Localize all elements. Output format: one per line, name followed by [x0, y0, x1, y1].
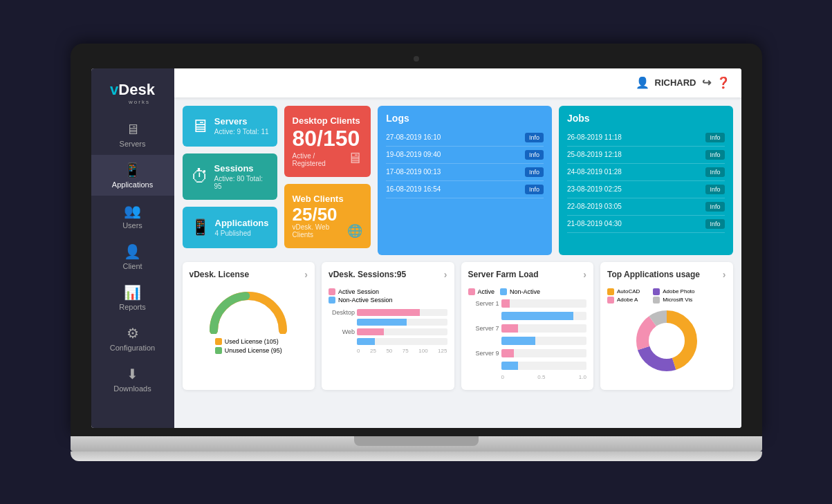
- log-badge-3[interactable]: Info: [525, 185, 544, 194]
- log-date-3: 16-08-2019 16:54: [386, 185, 441, 193]
- job-item-2: 24-08-2019 01:28 Info: [567, 164, 725, 181]
- job-date-0: 26-08-2019 11:18: [567, 133, 622, 141]
- topbar: 👤 RICHARD ↪ ❓: [174, 68, 741, 97]
- web-active-bar: [357, 328, 384, 335]
- main-area: 👤 RICHARD ↪ ❓ 🖥: [174, 68, 741, 428]
- sidebar-item-downloads[interactable]: ⬇ Downloads: [91, 359, 174, 400]
- logs-card: Logs 27-08-2019 16:10 Info 19-08-2019 09…: [378, 106, 552, 255]
- server-farm-header: Server Farm Load ›: [468, 269, 587, 280]
- axis-0: 0: [357, 348, 360, 354]
- configuration-icon: ⚙: [127, 325, 139, 342]
- sessions-chart: Active Session Non-Active Session: [329, 286, 447, 357]
- desktop-active-bar: [357, 309, 420, 316]
- server7-active-group: Server 7: [468, 324, 587, 333]
- server9-label: Server 9: [468, 350, 499, 357]
- top-apps-widget: Top Applications usage › AutoCAD: [600, 262, 733, 390]
- reports-icon: 📊: [124, 284, 141, 301]
- unused-license-label: Unused License (95): [225, 347, 282, 354]
- sidebar: vDesk works 🖥 Servers 📱 Applications 👥 U…: [91, 68, 174, 428]
- downloads-icon: ⬇: [127, 366, 138, 382]
- server-farm-expand-button[interactable]: ›: [583, 269, 586, 280]
- server9-nonactive-track: [501, 362, 587, 370]
- autocad-dot: [607, 288, 614, 295]
- server-farm-widget: Server Farm Load › Active: [461, 262, 594, 390]
- sidebar-item-users[interactable]: 👥 Users: [91, 196, 174, 236]
- job-badge-1[interactable]: Info: [705, 150, 724, 160]
- sidebar-item-label-client: Client: [122, 262, 142, 270]
- top-section: 🖥 Servers Active: 9 Total: 11 ⏱: [183, 106, 733, 255]
- sidebar-item-reports[interactable]: 📊 Reports: [91, 277, 174, 318]
- autocad-legend: AutoCAD: [607, 288, 649, 295]
- license-expand-button[interactable]: ›: [304, 269, 308, 280]
- server9-nonactive-group: [468, 362, 587, 370]
- sessions-expand-button[interactable]: ›: [444, 269, 447, 280]
- web-nonactive-track: [357, 338, 447, 345]
- adobe-photo-legend: Adobe Photo: [653, 288, 694, 295]
- adobe-a-dot: [607, 297, 614, 304]
- job-item-1: 25-08-2019 12:18 Info: [567, 147, 725, 164]
- users-icon: 👥: [124, 203, 141, 219]
- sessions-legend: Active Session Non-Active Session: [329, 288, 447, 304]
- sidebar-item-servers[interactable]: 🖥 Servers: [91, 115, 174, 155]
- job-badge-3[interactable]: Info: [705, 185, 724, 194]
- log-date-2: 17-08-2019 00:13: [386, 168, 441, 176]
- sessions-widget-title: vDesk. Sessions:95: [329, 270, 406, 279]
- active-session-dot: [329, 288, 335, 295]
- screen: vDesk works 🖥 Servers 📱 Applications 👥 U…: [91, 68, 741, 428]
- sessions-widget: vDesk. Sessions:95 › Active Session: [322, 262, 454, 390]
- laptop-container: vDesk works 🖥 Servers 📱 Applications 👥 U…: [71, 44, 762, 461]
- log-badge-1[interactable]: Info: [525, 150, 544, 160]
- used-license-dot: [215, 338, 222, 345]
- logs-title: Logs: [386, 113, 544, 124]
- server7-nonactive-group: [468, 337, 587, 345]
- log-badge-2[interactable]: Info: [525, 167, 544, 177]
- job-badge-0[interactable]: Info: [705, 133, 724, 142]
- autocad-label: AutoCAD: [617, 288, 640, 295]
- gauge-legend: Used License (105) Unused License (95): [215, 338, 282, 354]
- servers-card-title: Servers: [214, 116, 269, 127]
- axis-50: 50: [386, 348, 392, 354]
- web-clients-title: Web Clients: [293, 194, 363, 204]
- job-badge-4[interactable]: Info: [705, 202, 724, 212]
- license-title: vDesk. License: [189, 270, 250, 279]
- logout-icon[interactable]: ↪: [702, 76, 711, 89]
- log-badge-0[interactable]: Info: [525, 133, 544, 142]
- web-nonactive-bar: [357, 338, 375, 345]
- nonactive-session-dot: [329, 297, 335, 304]
- logo-works: works: [124, 99, 155, 105]
- donut-container: AutoCAD Adobe Photo Adobe A: [607, 286, 726, 375]
- desktop-bar-label: Desktop: [329, 309, 355, 316]
- sessions-axis: 0 25 50 75 100 125: [329, 348, 447, 354]
- axis-25: 25: [370, 348, 376, 354]
- top-apps-expand-button[interactable]: ›: [723, 269, 726, 280]
- applications-card-subtitle: 4 Published: [215, 230, 269, 237]
- job-badge-2[interactable]: Info: [705, 167, 724, 177]
- job-badge-5[interactable]: Info: [705, 219, 724, 229]
- log-item-2: 17-08-2019 00:13 Info: [386, 164, 544, 181]
- job-item-0: 26-08-2019 11:18 Info: [567, 129, 725, 147]
- left-col: 🖥 Servers Active: 9 Total: 11 ⏱: [183, 106, 277, 248]
- job-date-1: 25-08-2019 12:18: [567, 151, 622, 158]
- desktop-clients-bottom: Active / Registered 🖥: [293, 149, 363, 167]
- sidebar-item-configuration[interactable]: ⚙ Configuration: [91, 318, 174, 359]
- user-avatar-icon: 👤: [636, 76, 649, 89]
- server9-active-bar: [501, 349, 515, 357]
- client-icon: 👤: [124, 243, 141, 260]
- sidebar-item-applications[interactable]: 📱 Applications: [91, 155, 174, 196]
- web-bar-label: Web: [329, 328, 355, 335]
- web-bar-group: Web: [329, 328, 447, 335]
- server-legend: Active Non-Active: [468, 288, 587, 295]
- active-session-legend: Active Session: [329, 288, 447, 295]
- web-clients-icon: 🌐: [347, 223, 362, 239]
- sidebar-item-client[interactable]: 👤 Client: [91, 236, 174, 277]
- server-active-legend: Active: [468, 288, 495, 295]
- help-icon[interactable]: ❓: [717, 76, 730, 89]
- license-widget-header: vDesk. License ›: [189, 269, 308, 280]
- log-item-3: 16-08-2019 16:54 Info: [386, 181, 544, 198]
- applications-icon: 📱: [124, 162, 141, 178]
- server7-active-track: [501, 324, 587, 333]
- sessions-card-subtitle: Active: 80 Total: 95: [214, 175, 269, 190]
- widgets-row: vDesk. License ›: [183, 262, 733, 390]
- svg-point-4: [650, 324, 683, 357]
- web-clients-card: Web Clients 25/50 vDesk. Web Clients 🌐: [284, 184, 371, 248]
